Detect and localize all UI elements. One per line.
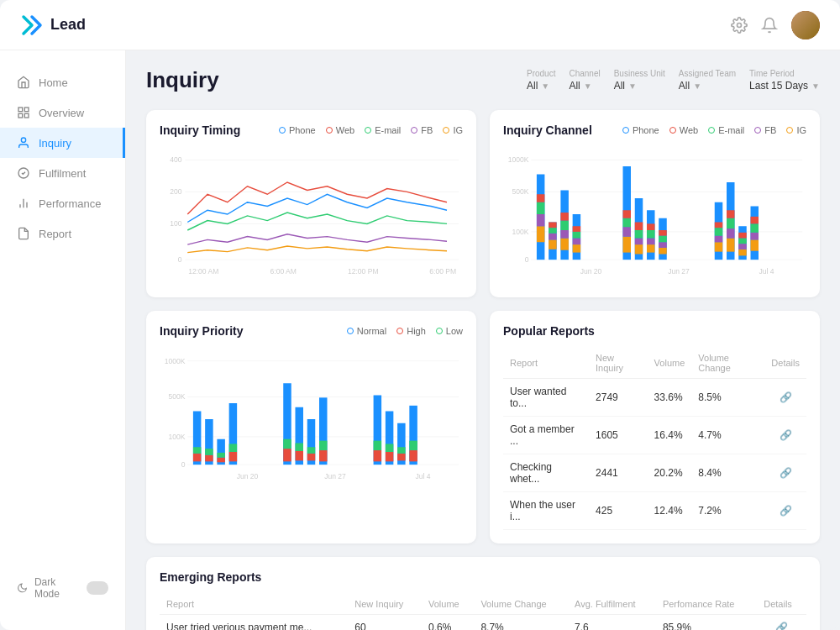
- svg-text:Jul 4: Jul 4: [759, 267, 774, 276]
- svg-rect-77: [715, 223, 723, 228]
- legend-phone-label: Phone: [289, 125, 316, 135]
- svg-rect-35: [537, 214, 545, 226]
- legend-ig: IG: [443, 125, 463, 135]
- em-details-link[interactable]: 🔗: [757, 615, 806, 631]
- fulfilment-icon: [17, 166, 30, 180]
- sidebar-item-fulfilment[interactable]: Fulfilment: [0, 158, 125, 188]
- svg-rect-114: [229, 452, 238, 461]
- svg-rect-135: [397, 454, 406, 461]
- report-name: User wanted to...: [503, 379, 589, 417]
- sidebar-item-inquiry[interactable]: Inquiry: [0, 128, 125, 158]
- bell-icon[interactable]: [761, 17, 778, 34]
- svg-rect-4: [18, 113, 23, 118]
- svg-rect-34: [537, 226, 545, 242]
- svg-rect-51: [573, 232, 581, 239]
- details-link[interactable]: 🔗: [764, 492, 806, 530]
- em-volume-change: 8.7%: [474, 615, 568, 631]
- svg-rect-91: [751, 223, 759, 232]
- svg-text:6:00 PM: 6:00 PM: [429, 267, 456, 276]
- charts-row-1: Inquiry Timing Phone Web: [146, 110, 820, 297]
- svg-text:100K: 100K: [512, 228, 528, 236]
- popular-reports-title: Popular Reports: [503, 324, 595, 338]
- em-performance-rate: 85.9%: [656, 615, 757, 631]
- details-link[interactable]: 🔗: [764, 417, 806, 454]
- svg-rect-61: [635, 230, 643, 239]
- filter-team-select[interactable]: All ▼: [679, 80, 736, 92]
- volume-change: 8.4%: [691, 454, 764, 492]
- svg-rect-45: [560, 230, 569, 239]
- em-report-name: User tried verious payment me...: [160, 615, 348, 631]
- filters-bar: Product All ▼ Channel All ▼: [527, 69, 820, 92]
- page-header: Inquiry Product All ▼ Channel All ▼: [146, 67, 820, 93]
- details-link[interactable]: 🔗: [764, 454, 806, 492]
- sidebar: Home Overview Inquiry Fulfilment Perform: [0, 50, 126, 630]
- svg-rect-120: [296, 451, 304, 460]
- pr-legend-normal: Normal: [347, 326, 386, 336]
- dark-mode-toggle[interactable]: [87, 581, 108, 595]
- table-row: User wanted to... 2749 33.6% 8.5% 🔗: [503, 379, 806, 417]
- filter-time-select[interactable]: Last 15 Days ▼: [749, 80, 820, 92]
- emerging-reports-table: Report New Inquiry Volume Volume Change …: [160, 594, 806, 630]
- svg-rect-56: [623, 218, 632, 227]
- svg-text:0: 0: [525, 255, 529, 264]
- filter-product-select[interactable]: All ▼: [527, 80, 555, 92]
- sidebar-item-home[interactable]: Home: [0, 67, 125, 97]
- svg-text:Jun 20: Jun 20: [237, 472, 259, 480]
- svg-rect-108: [205, 455, 213, 462]
- inquiry-channel-legend: Phone Web E-mail: [622, 125, 806, 135]
- svg-text:200: 200: [170, 187, 182, 196]
- inquiry-priority-header: Inquiry Priority Normal High: [160, 324, 463, 338]
- col-report: Report: [503, 348, 589, 379]
- pr-legend-low: Low: [436, 326, 463, 336]
- svg-rect-123: [307, 454, 316, 461]
- filter-bu-select[interactable]: All ▼: [614, 80, 665, 92]
- svg-rect-133: [386, 444, 394, 452]
- avatar[interactable]: [791, 11, 820, 39]
- col-volume: Volume: [648, 348, 692, 379]
- inquiry-channel-card: Inquiry Channel Phone Web: [490, 110, 820, 297]
- svg-rect-89: [751, 239, 759, 250]
- svg-text:12:00 PM: 12:00 PM: [348, 267, 379, 276]
- svg-rect-49: [573, 244, 581, 253]
- ch-legend-web: Web: [669, 125, 698, 135]
- em-col-volume-change: Volume Change: [474, 594, 568, 615]
- table-row: Checking whet... 2441 20.2% 8.4% 🔗: [503, 454, 806, 492]
- svg-text:1000K: 1000K: [508, 155, 529, 164]
- svg-text:6:00 AM: 6:00 AM: [270, 267, 297, 276]
- header-actions: [731, 11, 820, 39]
- svg-text:400: 400: [170, 155, 182, 164]
- svg-rect-126: [319, 450, 328, 461]
- dark-mode-label: Dark Mode: [34, 576, 80, 600]
- svg-rect-55: [623, 227, 632, 236]
- filter-product: Product All ▼: [527, 69, 555, 92]
- svg-rect-118: [283, 439, 291, 449]
- new-inquiry: 1605: [589, 417, 648, 454]
- ch-legend-fb: FB: [754, 125, 776, 135]
- em-col-report: Report: [160, 594, 348, 615]
- svg-rect-65: [647, 239, 655, 245]
- svg-rect-1: [18, 108, 23, 112]
- svg-point-5: [21, 138, 25, 142]
- svg-rect-138: [409, 450, 417, 461]
- svg-rect-52: [573, 226, 581, 232]
- sidebar-item-overview[interactable]: Overview: [0, 97, 125, 128]
- svg-text:500K: 500K: [168, 392, 185, 401]
- filter-channel-select[interactable]: All ▼: [569, 80, 600, 92]
- gear-icon[interactable]: [731, 17, 748, 34]
- legend-fb-label: FB: [421, 125, 433, 135]
- svg-rect-111: [217, 458, 225, 463]
- sidebar-label-inquiry: Inquiry: [39, 137, 71, 150]
- volume-change: 4.7%: [691, 417, 764, 454]
- details-link[interactable]: 🔗: [764, 379, 806, 417]
- sidebar-label-performance: Performance: [39, 197, 101, 210]
- svg-rect-50: [573, 239, 581, 245]
- sidebar-item-report[interactable]: Report: [0, 218, 125, 249]
- svg-rect-62: [635, 223, 643, 231]
- svg-rect-44: [560, 239, 569, 250]
- volume-change: 8.5%: [691, 379, 764, 417]
- svg-rect-75: [715, 236, 723, 243]
- svg-text:0: 0: [178, 255, 182, 264]
- sidebar-item-performance[interactable]: Performance: [0, 188, 125, 218]
- svg-rect-132: [386, 452, 394, 461]
- svg-rect-3: [24, 113, 29, 118]
